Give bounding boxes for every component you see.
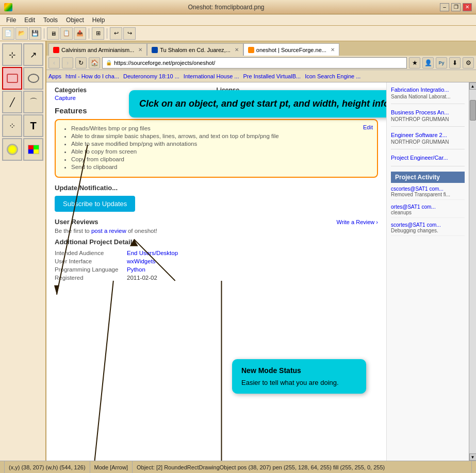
send-clipboard-button[interactable]: 📤 (74, 27, 86, 40)
select-tool[interactable]: ⊹ (2, 43, 22, 66)
ellipse-tool[interactable] (23, 67, 43, 90)
menu-edit[interactable]: Edit (20, 15, 39, 25)
text-tool[interactable]: T (23, 114, 43, 137)
post-review-link[interactable]: post a review (91, 228, 126, 234)
features-edit-link[interactable]: Edit (363, 124, 373, 130)
detail-audience: Intended Audience End Users/Desktop (55, 250, 378, 256)
line-tool[interactable]: ╱ (2, 91, 22, 113)
job-company-2: NORTHROP GRUMMAN (391, 116, 465, 122)
new-button[interactable]: 📄 (2, 27, 14, 40)
tab-sourceforge[interactable]: oneshot | SourceForge.ne... ✕ (243, 43, 339, 56)
status-bar: (x,y) (38, 207) (w,h) (544, 126) Mode [A… (0, 461, 476, 473)
save-button[interactable]: 💾 (29, 27, 41, 40)
bookmark-star[interactable]: ★ (409, 57, 420, 69)
restore-button[interactable]: ❐ (451, 3, 461, 11)
menu-tools[interactable]: Tools (39, 15, 62, 25)
write-review-link[interactable]: Write a Review › (337, 219, 378, 225)
bezier-tool[interactable]: ⌒ (23, 91, 43, 113)
menu-file[interactable]: File (2, 15, 20, 25)
bookmarks-bar: Apps html - How do I cha... Deuteronomy … (46, 70, 476, 82)
bookmark-apps[interactable]: Apps (48, 73, 61, 79)
feature-item: Able to copy from screen (71, 148, 371, 155)
back-button[interactable]: ‹ (48, 57, 60, 69)
small-tooltip-text: Easier to tell what you are doing. (241, 379, 357, 386)
activity-item-2: ortes@SAT1 com... cleanups (391, 204, 465, 218)
bookmark-deut[interactable]: Deuteronomy 18:10 ... (123, 73, 179, 79)
barcode-button[interactable]: ⊞ (92, 27, 104, 40)
settings-button[interactable]: ⚙ (463, 57, 474, 69)
copy-screen-button[interactable]: 🖥 (47, 27, 59, 40)
main-area: ⊹ ↗ ╱ ⌒ ⁘ T Calvinism and Arminianism... (0, 41, 476, 461)
status-coords: (x,y) (38, 207) (w,h) (544, 126) (4, 461, 90, 473)
refresh-button[interactable]: ↻ (75, 57, 87, 69)
paste-clipboard-button[interactable]: 📋 (60, 27, 73, 40)
forward-button[interactable]: › (62, 57, 73, 69)
bookmark-html[interactable]: html - How do I cha... (65, 73, 119, 79)
tab-tushalom[interactable]: Tu Shalom en Cd. Juarez,... ✕ (147, 43, 243, 56)
scroll-down[interactable]: ▼ (469, 453, 477, 461)
address-bar[interactable]: 🔒 https://sourceforge.net/projects/onesh… (102, 57, 407, 69)
color-tool[interactable] (2, 138, 22, 161)
scrollbar-vertical[interactable]: ▲ ▼ (469, 82, 476, 461)
rect-tool[interactable] (2, 67, 22, 90)
features-box: Edit Reads/Writes bmp or png files Able … (55, 119, 378, 178)
job-title-4[interactable]: Project Engineer/Car... (391, 155, 465, 161)
additional-title: Additional Project Details (55, 238, 378, 246)
toolbar-sep1 (44, 28, 44, 39)
palette-tool[interactable] (23, 138, 43, 161)
main-tooltip: Clck on an object, and get start pt, and… (129, 90, 386, 117)
open-button[interactable]: 📂 (15, 27, 28, 40)
sidebar-job-1: Fabrication Integratio... Sandia Nationa… (391, 87, 465, 104)
user-icon[interactable]: 👤 (422, 57, 434, 69)
tab-close-youtube[interactable]: ✕ (138, 47, 142, 53)
dots-tool[interactable]: ⁘ (2, 114, 22, 137)
close-button[interactable]: ✕ (463, 3, 472, 11)
lock-icon: 🔒 (106, 60, 112, 65)
ui-value[interactable]: wxWidgets (127, 258, 156, 264)
activity-user-3[interactable]: scortes@SAT1 com... (391, 222, 465, 228)
toolbar-sep3 (107, 28, 107, 39)
tab-icon-tushalom (152, 47, 158, 53)
tab-close-sf[interactable]: ✕ (331, 47, 335, 53)
audience-value[interactable]: End Users/Desktop (127, 250, 178, 256)
activity-user-2[interactable]: ortes@SAT1 com... (391, 204, 465, 210)
scroll-up[interactable]: ▲ (469, 82, 477, 90)
window-title: Oneshot: fromclipboard.png (12, 4, 440, 11)
job-company-1: Sandia National Laborat... (391, 94, 465, 99)
job-title-1[interactable]: Fabrication Integratio... (391, 87, 465, 93)
redo-button[interactable]: ↪ (123, 27, 136, 40)
bookmark-icon[interactable]: Icon Search Engine ... (305, 73, 360, 79)
reg-label: Registered (55, 275, 127, 281)
sidebar-job-2: Business Process An... NORTHROP GRUMMAN (391, 109, 465, 127)
bookmark-virtual[interactable]: Pre Installed VirtualB... (243, 73, 301, 79)
download-button[interactable]: ⬇ (449, 57, 461, 69)
bookmark-intl[interactable]: International House ... (184, 73, 239, 79)
tab-youtube[interactable]: Calvinism and Arminianism... ✕ (48, 43, 147, 56)
audience-label: Intended Audience (55, 250, 127, 256)
activity-action-2: cleanups (391, 210, 465, 215)
svg-line-4 (93, 281, 113, 461)
minimize-button[interactable]: – (440, 3, 449, 11)
job-title-2[interactable]: Business Process An... (391, 109, 465, 115)
scroll-thumb[interactable] (470, 100, 476, 121)
activity-item-1: cscortes@SAT1 com... Removed Transparent… (391, 186, 465, 200)
lang-value[interactable]: Python (127, 266, 145, 273)
tab-close-tushalom[interactable]: ✕ (235, 47, 239, 53)
features-list: Reads/Writes bmp or png files Able to dr… (62, 125, 371, 170)
python-icon[interactable]: Py (436, 57, 447, 69)
subscribe-button[interactable]: Subscribe to Updates (55, 196, 135, 212)
home-button[interactable]: 🏠 (89, 57, 100, 69)
activity-user-1[interactable]: cscortes@SAT1 com... (391, 186, 465, 192)
activity-title: Project Activity (391, 172, 465, 183)
lang-label: Programming Language (55, 266, 127, 273)
arrow-tool[interactable]: ↗ (23, 43, 43, 66)
job-title-3[interactable]: Engineer Software 2... (391, 132, 465, 138)
menu-object[interactable]: Object (62, 15, 88, 25)
tab-icon-sf (248, 47, 254, 53)
reg-value: 2011-02-02 (127, 275, 157, 281)
detail-ui: User Interface wxWidgets (55, 258, 378, 264)
undo-button[interactable]: ↩ (110, 27, 122, 40)
reviews-text: Be the first to post a review of oneshot… (55, 228, 378, 234)
menu-help[interactable]: Help (88, 15, 109, 25)
svg-marker-1 (54, 285, 59, 295)
